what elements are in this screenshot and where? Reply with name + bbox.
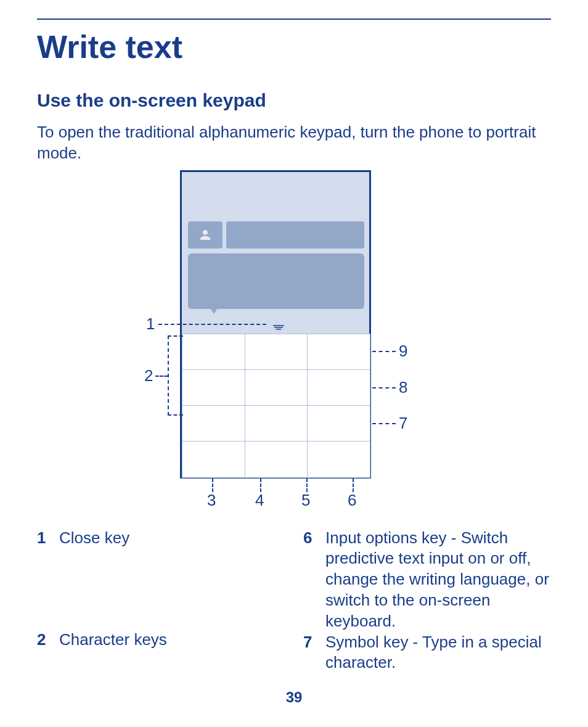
contact-avatar-icon — [188, 221, 223, 248]
callout-4: 4 — [255, 491, 264, 510]
callout-6-line — [353, 479, 354, 492]
intro-paragraph: To open the traditional alphanumeric key… — [37, 122, 542, 164]
callout-3: 3 — [207, 491, 216, 510]
callout-7-line — [372, 423, 396, 424]
legend-description: Symbol key - Type in a special character… — [325, 632, 551, 674]
message-bubble-tail — [209, 306, 219, 314]
legend-number: 1 — [37, 528, 49, 549]
legend-number: 6 — [303, 528, 316, 632]
callout-2: 2 — [144, 366, 153, 385]
message-bubble — [188, 253, 364, 309]
legend-item-7: 7 Symbol key - Type in a special charact… — [303, 632, 551, 674]
callout-3-line — [212, 479, 213, 492]
callout-6: 6 — [348, 491, 356, 510]
callout-5-line — [306, 479, 308, 492]
legend-number: 7 — [303, 632, 316, 674]
legend-description: Input options key - Switch predictive te… — [325, 528, 551, 632]
legend-item-6: 6 Input options key - Switch predictive … — [303, 528, 551, 632]
callout-5: 5 — [301, 491, 310, 510]
legend: 1 Close key 2 Character keys 6 Input opt… — [37, 528, 551, 674]
close-key-icon — [273, 321, 284, 326]
callout-9-line — [372, 351, 396, 352]
keypad-grid — [182, 334, 370, 478]
callout-1-line — [158, 324, 266, 325]
callout-9: 9 — [399, 342, 407, 361]
horizontal-rule — [37, 18, 551, 20]
section-subtitle: Use the on-screen keypad — [37, 90, 551, 111]
legend-right-column: 6 Input options key - Switch predictive … — [303, 528, 551, 674]
callout-8: 8 — [399, 378, 407, 397]
keypad-diagram: 1 2 9 8 7 3 4 5 6 — [140, 170, 448, 515]
legend-description: Character keys — [59, 630, 285, 651]
callout-4-line — [260, 479, 261, 492]
legend-description: Close key — [59, 528, 285, 549]
callout-7: 7 — [399, 414, 407, 433]
page-title: Write text — [37, 28, 551, 65]
page-number: 39 — [0, 689, 588, 706]
contact-name-field — [226, 221, 364, 248]
legend-item-2: 2 Character keys — [37, 630, 285, 651]
legend-item-1: 1 Close key — [37, 528, 285, 549]
callout-8-line — [372, 387, 396, 388]
legend-left-column: 1 Close key 2 Character keys — [37, 528, 285, 674]
callout-2-bracket — [168, 335, 183, 416]
callout-1: 1 — [146, 314, 155, 334]
legend-number: 2 — [37, 630, 49, 651]
callout-2-line — [155, 376, 168, 377]
